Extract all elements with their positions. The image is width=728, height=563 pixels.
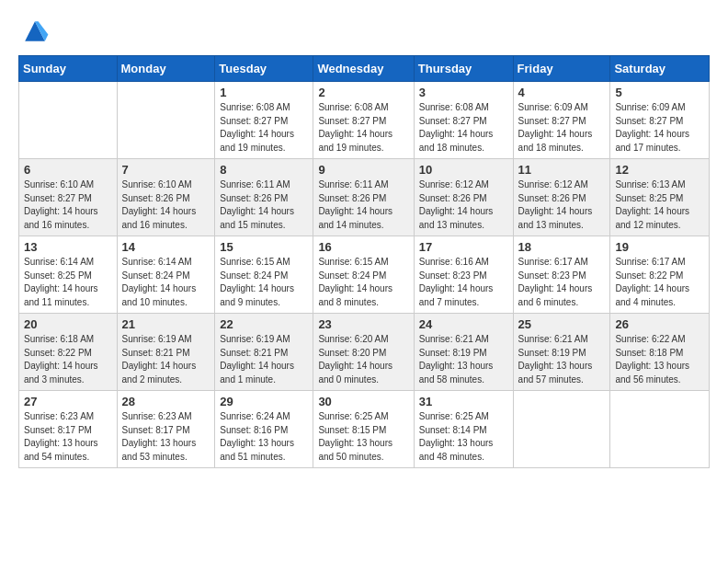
calendar-cell xyxy=(513,391,610,468)
calendar-cell: 31Sunrise: 6:25 AMSunset: 8:14 PMDayligh… xyxy=(414,391,513,468)
calendar-cell: 27Sunrise: 6:23 AMSunset: 8:17 PMDayligh… xyxy=(19,391,118,468)
calendar-week-row: 20Sunrise: 6:18 AMSunset: 8:22 PMDayligh… xyxy=(19,314,710,391)
day-info: Sunrise: 6:16 AMSunset: 8:23 PMDaylight:… xyxy=(419,256,508,309)
day-info: Sunrise: 6:15 AMSunset: 8:24 PMDaylight:… xyxy=(318,256,408,309)
day-info: Sunrise: 6:09 AMSunset: 8:27 PMDaylight:… xyxy=(615,101,704,155)
calendar-cell: 13Sunrise: 6:14 AMSunset: 8:25 PMDayligh… xyxy=(19,236,118,314)
day-number: 12 xyxy=(615,163,704,177)
day-info: Sunrise: 6:12 AMSunset: 8:26 PMDaylight:… xyxy=(419,178,508,232)
calendar-header-row: SundayMondayTuesdayWednesdayThursdayFrid… xyxy=(19,56,710,82)
page: SundayMondayTuesdayWednesdayThursdayFrid… xyxy=(0,0,728,483)
day-number: 18 xyxy=(518,240,606,254)
header xyxy=(18,15,710,48)
day-info: Sunrise: 6:17 AMSunset: 8:23 PMDaylight:… xyxy=(518,256,606,309)
calendar-cell: 1Sunrise: 6:08 AMSunset: 8:27 PMDaylight… xyxy=(215,82,313,159)
calendar-cell: 7Sunrise: 6:10 AMSunset: 8:26 PMDaylight… xyxy=(117,159,215,236)
calendar-day-header: Friday xyxy=(513,56,610,82)
day-info: Sunrise: 6:19 AMSunset: 8:21 PMDaylight:… xyxy=(220,333,308,386)
calendar-cell: 11Sunrise: 6:12 AMSunset: 8:26 PMDayligh… xyxy=(513,159,610,236)
day-info: Sunrise: 6:18 AMSunset: 8:22 PMDaylight:… xyxy=(24,333,112,386)
calendar-cell: 6Sunrise: 6:10 AMSunset: 8:27 PMDaylight… xyxy=(19,159,118,236)
day-number: 28 xyxy=(122,395,210,408)
day-info: Sunrise: 6:23 AMSunset: 8:17 PMDaylight:… xyxy=(24,410,112,464)
day-number: 27 xyxy=(24,395,112,408)
day-info: Sunrise: 6:11 AMSunset: 8:26 PMDaylight:… xyxy=(318,178,408,232)
day-info: Sunrise: 6:25 AMSunset: 8:14 PMDaylight:… xyxy=(419,410,508,464)
day-number: 13 xyxy=(24,240,112,254)
day-info: Sunrise: 6:25 AMSunset: 8:15 PMDaylight:… xyxy=(318,410,408,464)
calendar-day-header: Saturday xyxy=(610,56,710,82)
day-number: 24 xyxy=(419,317,508,331)
calendar-cell: 20Sunrise: 6:18 AMSunset: 8:22 PMDayligh… xyxy=(19,314,118,391)
day-number: 7 xyxy=(122,163,210,177)
calendar-day-header: Sunday xyxy=(19,56,118,82)
calendar-cell: 26Sunrise: 6:22 AMSunset: 8:18 PMDayligh… xyxy=(610,314,710,391)
day-info: Sunrise: 6:13 AMSunset: 8:25 PMDaylight:… xyxy=(615,178,704,232)
calendar-cell: 24Sunrise: 6:21 AMSunset: 8:19 PMDayligh… xyxy=(414,314,513,391)
day-number: 31 xyxy=(419,395,508,408)
day-number: 17 xyxy=(419,240,508,254)
calendar-cell: 14Sunrise: 6:14 AMSunset: 8:24 PMDayligh… xyxy=(117,236,215,314)
calendar-cell: 16Sunrise: 6:15 AMSunset: 8:24 PMDayligh… xyxy=(313,236,414,314)
calendar-week-row: 13Sunrise: 6:14 AMSunset: 8:25 PMDayligh… xyxy=(19,236,710,314)
day-number: 30 xyxy=(318,395,408,408)
day-number: 5 xyxy=(615,86,704,99)
day-number: 21 xyxy=(122,317,210,331)
day-number: 2 xyxy=(318,86,408,99)
calendar-cell: 28Sunrise: 6:23 AMSunset: 8:17 PMDayligh… xyxy=(117,391,215,468)
calendar-cell: 23Sunrise: 6:20 AMSunset: 8:20 PMDayligh… xyxy=(313,314,414,391)
day-number: 15 xyxy=(220,240,308,254)
calendar-week-row: 1Sunrise: 6:08 AMSunset: 8:27 PMDaylight… xyxy=(19,82,710,159)
calendar-day-header: Wednesday xyxy=(313,56,414,82)
calendar-cell: 22Sunrise: 6:19 AMSunset: 8:21 PMDayligh… xyxy=(215,314,313,391)
day-info: Sunrise: 6:14 AMSunset: 8:24 PMDaylight:… xyxy=(122,256,210,309)
day-number: 19 xyxy=(615,240,704,254)
day-number: 23 xyxy=(318,317,408,331)
calendar-cell xyxy=(117,82,215,159)
calendar-cell: 18Sunrise: 6:17 AMSunset: 8:23 PMDayligh… xyxy=(513,236,610,314)
calendar-cell: 21Sunrise: 6:19 AMSunset: 8:21 PMDayligh… xyxy=(117,314,215,391)
calendar-cell: 8Sunrise: 6:11 AMSunset: 8:26 PMDaylight… xyxy=(215,159,313,236)
day-info: Sunrise: 6:14 AMSunset: 8:25 PMDaylight:… xyxy=(24,256,112,309)
day-info: Sunrise: 6:19 AMSunset: 8:21 PMDaylight:… xyxy=(122,333,210,386)
day-info: Sunrise: 6:20 AMSunset: 8:20 PMDaylight:… xyxy=(318,333,408,386)
day-number: 6 xyxy=(24,163,112,177)
day-number: 9 xyxy=(318,163,408,177)
calendar-cell: 4Sunrise: 6:09 AMSunset: 8:27 PMDaylight… xyxy=(513,82,610,159)
day-info: Sunrise: 6:09 AMSunset: 8:27 PMDaylight:… xyxy=(518,101,606,155)
day-info: Sunrise: 6:10 AMSunset: 8:26 PMDaylight:… xyxy=(122,178,210,232)
calendar-cell: 5Sunrise: 6:09 AMSunset: 8:27 PMDaylight… xyxy=(610,82,710,159)
day-info: Sunrise: 6:21 AMSunset: 8:19 PMDaylight:… xyxy=(518,333,606,386)
calendar-cell: 25Sunrise: 6:21 AMSunset: 8:19 PMDayligh… xyxy=(513,314,610,391)
day-info: Sunrise: 6:10 AMSunset: 8:27 PMDaylight:… xyxy=(24,178,112,232)
day-info: Sunrise: 6:23 AMSunset: 8:17 PMDaylight:… xyxy=(122,410,210,464)
day-info: Sunrise: 6:12 AMSunset: 8:26 PMDaylight:… xyxy=(518,178,606,232)
day-number: 20 xyxy=(24,317,112,331)
day-number: 22 xyxy=(220,317,308,331)
day-info: Sunrise: 6:15 AMSunset: 8:24 PMDaylight:… xyxy=(220,256,308,309)
day-number: 29 xyxy=(220,395,308,408)
calendar-cell: 29Sunrise: 6:24 AMSunset: 8:16 PMDayligh… xyxy=(215,391,313,468)
day-number: 4 xyxy=(518,86,606,99)
day-number: 11 xyxy=(518,163,606,177)
day-number: 14 xyxy=(122,240,210,254)
calendar-cell xyxy=(19,82,118,159)
calendar-cell: 9Sunrise: 6:11 AMSunset: 8:26 PMDaylight… xyxy=(313,159,414,236)
day-info: Sunrise: 6:17 AMSunset: 8:22 PMDaylight:… xyxy=(615,256,704,309)
day-number: 8 xyxy=(220,163,308,177)
day-number: 16 xyxy=(318,240,408,254)
day-number: 26 xyxy=(615,317,704,331)
day-number: 25 xyxy=(518,317,606,331)
calendar-week-row: 6Sunrise: 6:10 AMSunset: 8:27 PMDaylight… xyxy=(19,159,710,236)
calendar-table: SundayMondayTuesdayWednesdayThursdayFrid… xyxy=(18,55,710,468)
calendar-cell: 10Sunrise: 6:12 AMSunset: 8:26 PMDayligh… xyxy=(414,159,513,236)
calendar-cell xyxy=(610,391,710,468)
day-number: 1 xyxy=(220,86,308,99)
logo xyxy=(18,15,55,48)
calendar-day-header: Tuesday xyxy=(215,56,313,82)
calendar-week-row: 27Sunrise: 6:23 AMSunset: 8:17 PMDayligh… xyxy=(19,391,710,468)
logo-icon xyxy=(18,15,51,48)
calendar-cell: 12Sunrise: 6:13 AMSunset: 8:25 PMDayligh… xyxy=(610,159,710,236)
calendar-cell: 2Sunrise: 6:08 AMSunset: 8:27 PMDaylight… xyxy=(313,82,414,159)
day-number: 3 xyxy=(419,86,508,99)
